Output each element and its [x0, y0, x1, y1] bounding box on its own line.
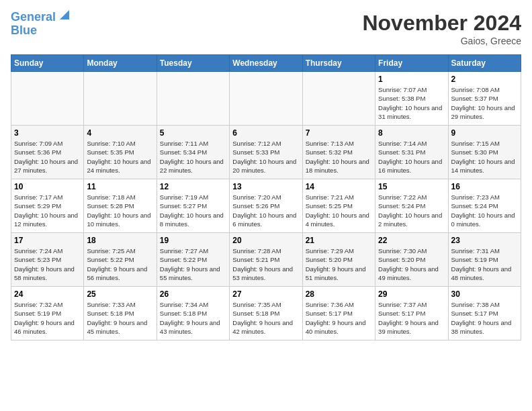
day-cell: 4Sunrise: 7:10 AM Sunset: 5:35 PM Daylig… — [84, 126, 157, 179]
day-number: 28 — [306, 289, 372, 299]
day-number: 4 — [87, 128, 153, 138]
header-tuesday: Tuesday — [157, 55, 229, 72]
page-header: General Blue November 2024 Gaios, Greece — [11, 11, 521, 46]
day-info: Sunrise: 7:17 AM Sunset: 5:29 PM Dayligh… — [14, 193, 81, 228]
day-info: Sunrise: 7:15 AM Sunset: 5:30 PM Dayligh… — [451, 139, 518, 175]
day-info: Sunrise: 7:09 AM Sunset: 5:36 PM Dayligh… — [14, 139, 81, 175]
day-info: Sunrise: 7:19 AM Sunset: 5:27 PM Dayligh… — [160, 193, 226, 228]
day-info: Sunrise: 7:21 AM Sunset: 5:25 PM Dayligh… — [306, 193, 372, 228]
day-info: Sunrise: 7:25 AM Sunset: 5:22 PM Dayligh… — [87, 246, 153, 282]
day-number: 30 — [451, 289, 518, 299]
day-number: 26 — [160, 289, 226, 299]
day-info: Sunrise: 7:33 AM Sunset: 5:18 PM Dayligh… — [87, 300, 153, 336]
calendar-table: SundayMondayTuesdayWednesdayThursdayFrid… — [11, 54, 521, 340]
day-number: 6 — [232, 128, 299, 138]
day-cell — [230, 72, 302, 126]
day-cell — [84, 72, 157, 126]
header-saturday: Saturday — [448, 55, 521, 72]
day-info: Sunrise: 7:32 AM Sunset: 5:19 PM Dayligh… — [14, 300, 81, 336]
day-info: Sunrise: 7:18 AM Sunset: 5:28 PM Dayligh… — [87, 193, 153, 228]
day-cell: 6Sunrise: 7:12 AM Sunset: 5:33 PM Daylig… — [230, 126, 302, 179]
day-info: Sunrise: 7:37 AM Sunset: 5:17 PM Dayligh… — [378, 300, 445, 336]
day-number: 25 — [87, 289, 153, 299]
day-number: 8 — [378, 128, 445, 138]
day-cell: 13Sunrise: 7:20 AM Sunset: 5:26 PM Dayli… — [230, 179, 302, 233]
day-cell: 26Sunrise: 7:34 AM Sunset: 5:18 PM Dayli… — [157, 287, 229, 340]
day-number: 17 — [14, 236, 81, 245]
header-friday: Friday — [375, 55, 448, 72]
logo-text-line2: Blue — [11, 24, 37, 38]
day-cell — [157, 72, 229, 126]
day-cell: 22Sunrise: 7:30 AM Sunset: 5:20 PM Dayli… — [375, 233, 448, 287]
day-cell: 14Sunrise: 7:21 AM Sunset: 5:25 PM Dayli… — [302, 179, 375, 233]
week-row-1: 1Sunrise: 7:07 AM Sunset: 5:38 PM Daylig… — [11, 72, 521, 126]
day-info: Sunrise: 7:07 AM Sunset: 5:38 PM Dayligh… — [378, 85, 445, 121]
week-row-5: 24Sunrise: 7:32 AM Sunset: 5:19 PM Dayli… — [11, 287, 521, 340]
day-cell: 10Sunrise: 7:17 AM Sunset: 5:29 PM Dayli… — [11, 179, 84, 233]
day-number: 7 — [306, 128, 372, 138]
day-info: Sunrise: 7:35 AM Sunset: 5:18 PM Dayligh… — [232, 300, 299, 336]
day-cell: 19Sunrise: 7:27 AM Sunset: 5:22 PM Dayli… — [157, 233, 229, 287]
day-info: Sunrise: 7:38 AM Sunset: 5:17 PM Dayligh… — [451, 300, 518, 336]
day-cell: 17Sunrise: 7:24 AM Sunset: 5:23 PM Dayli… — [11, 233, 84, 287]
header-monday: Monday — [84, 55, 157, 72]
week-row-2: 3Sunrise: 7:09 AM Sunset: 5:36 PM Daylig… — [11, 126, 521, 179]
day-cell: 21Sunrise: 7:29 AM Sunset: 5:20 PM Dayli… — [302, 233, 375, 287]
week-row-3: 10Sunrise: 7:17 AM Sunset: 5:29 PM Dayli… — [11, 179, 521, 233]
day-cell: 3Sunrise: 7:09 AM Sunset: 5:36 PM Daylig… — [11, 126, 84, 179]
header-row: SundayMondayTuesdayWednesdayThursdayFrid… — [11, 55, 521, 72]
day-info: Sunrise: 7:12 AM Sunset: 5:33 PM Dayligh… — [232, 139, 299, 175]
day-cell: 5Sunrise: 7:11 AM Sunset: 5:34 PM Daylig… — [157, 126, 229, 179]
title-block: November 2024 Gaios, Greece — [362, 11, 521, 46]
day-number: 27 — [232, 289, 299, 299]
day-info: Sunrise: 7:14 AM Sunset: 5:31 PM Dayligh… — [378, 139, 445, 175]
day-number: 5 — [160, 128, 226, 138]
day-cell — [11, 72, 84, 126]
logo-text-line1: General — [11, 11, 56, 24]
day-cell: 8Sunrise: 7:14 AM Sunset: 5:31 PM Daylig… — [375, 126, 448, 179]
logo-icon — [57, 7, 72, 22]
month-title: November 2024 — [362, 11, 521, 36]
day-cell: 18Sunrise: 7:25 AM Sunset: 5:22 PM Dayli… — [84, 233, 157, 287]
day-number: 10 — [14, 182, 81, 191]
day-cell: 16Sunrise: 7:23 AM Sunset: 5:24 PM Dayli… — [448, 179, 521, 233]
week-row-4: 17Sunrise: 7:24 AM Sunset: 5:23 PM Dayli… — [11, 233, 521, 287]
header-wednesday: Wednesday — [230, 55, 302, 72]
day-cell: 12Sunrise: 7:19 AM Sunset: 5:27 PM Dayli… — [157, 179, 229, 233]
day-cell: 29Sunrise: 7:37 AM Sunset: 5:17 PM Dayli… — [375, 287, 448, 340]
day-number: 3 — [14, 128, 81, 138]
day-number: 24 — [14, 289, 81, 299]
day-number: 1 — [378, 75, 445, 84]
day-cell: 9Sunrise: 7:15 AM Sunset: 5:30 PM Daylig… — [448, 126, 521, 179]
day-info: Sunrise: 7:13 AM Sunset: 5:32 PM Dayligh… — [306, 139, 372, 175]
day-info: Sunrise: 7:22 AM Sunset: 5:24 PM Dayligh… — [378, 193, 445, 228]
day-number: 11 — [87, 182, 153, 191]
day-number: 15 — [378, 182, 445, 191]
location: Gaios, Greece — [362, 36, 521, 46]
day-number: 13 — [232, 182, 299, 191]
day-number: 21 — [306, 236, 372, 245]
day-cell: 20Sunrise: 7:28 AM Sunset: 5:21 PM Dayli… — [230, 233, 302, 287]
day-cell: 7Sunrise: 7:13 AM Sunset: 5:32 PM Daylig… — [302, 126, 375, 179]
day-number: 29 — [378, 289, 445, 299]
day-info: Sunrise: 7:08 AM Sunset: 5:37 PM Dayligh… — [451, 85, 518, 121]
day-info: Sunrise: 7:24 AM Sunset: 5:23 PM Dayligh… — [14, 246, 81, 282]
header-sunday: Sunday — [11, 55, 84, 72]
day-cell: 30Sunrise: 7:38 AM Sunset: 5:17 PM Dayli… — [448, 287, 521, 340]
day-cell: 28Sunrise: 7:36 AM Sunset: 5:17 PM Dayli… — [302, 287, 375, 340]
day-info: Sunrise: 7:10 AM Sunset: 5:35 PM Dayligh… — [87, 139, 153, 175]
day-cell: 2Sunrise: 7:08 AM Sunset: 5:37 PM Daylig… — [448, 72, 521, 126]
day-cell — [302, 72, 375, 126]
day-number: 2 — [451, 75, 518, 84]
day-number: 16 — [451, 182, 518, 191]
day-cell: 23Sunrise: 7:31 AM Sunset: 5:19 PM Dayli… — [448, 233, 521, 287]
day-cell: 27Sunrise: 7:35 AM Sunset: 5:18 PM Dayli… — [230, 287, 302, 340]
day-cell: 1Sunrise: 7:07 AM Sunset: 5:38 PM Daylig… — [375, 72, 448, 126]
day-info: Sunrise: 7:29 AM Sunset: 5:20 PM Dayligh… — [306, 246, 372, 282]
day-cell: 11Sunrise: 7:18 AM Sunset: 5:28 PM Dayli… — [84, 179, 157, 233]
day-number: 14 — [306, 182, 372, 191]
day-number: 12 — [160, 182, 226, 191]
day-info: Sunrise: 7:36 AM Sunset: 5:17 PM Dayligh… — [306, 300, 372, 336]
header-thursday: Thursday — [302, 55, 375, 72]
day-cell: 25Sunrise: 7:33 AM Sunset: 5:18 PM Dayli… — [84, 287, 157, 340]
